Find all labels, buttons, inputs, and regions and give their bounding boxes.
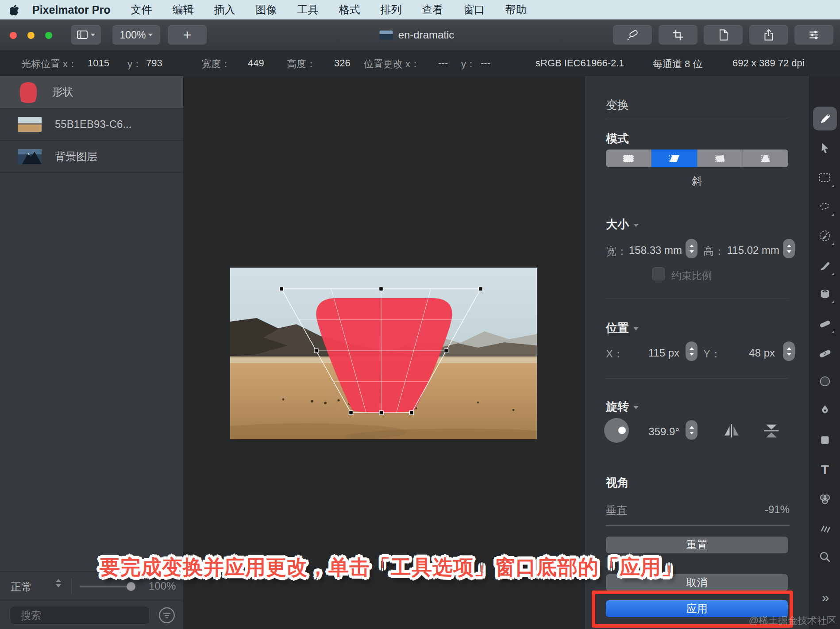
tool-rect-select[interactable] [813, 166, 837, 190]
mode-free-button[interactable] [606, 150, 651, 167]
width-stepper[interactable] [686, 239, 697, 258]
perspective-slider[interactable] [606, 525, 790, 526]
constrain-proportions-checkbox[interactable] [652, 267, 665, 280]
canvas-photo[interactable] [230, 268, 537, 439]
transform-handle[interactable] [379, 411, 383, 415]
tool-fill[interactable] [813, 282, 837, 306]
mode-perspective-button[interactable] [743, 150, 788, 167]
layer-row-background[interactable]: 背景图层 [0, 141, 183, 173]
layer-row-photo[interactable]: 55B1EB93-C6... [0, 108, 183, 141]
close-window-button[interactable] [10, 32, 17, 39]
sidebar-view-button[interactable] [71, 25, 101, 45]
menu-item-window[interactable]: 窗口 [463, 3, 485, 17]
tool-lasso[interactable] [813, 195, 837, 219]
layers-sidebar: 形状 55B1EB93-C6... 背景图层 正常 100% [0, 76, 184, 629]
add-layer-button[interactable]: + [168, 25, 207, 45]
layer-search-field[interactable] [10, 606, 150, 625]
tool-erase[interactable] [813, 312, 837, 336]
retouch-tool-button[interactable] [613, 25, 652, 45]
tool-clone[interactable] [813, 369, 837, 393]
arrange-tool-icon [818, 112, 832, 125]
lasso-icon [818, 200, 832, 213]
red-shape[interactable] [316, 298, 452, 413]
size-width-value[interactable]: 158.33 mm [627, 244, 682, 257]
share-button[interactable] [749, 25, 788, 45]
mode-skew-button[interactable] [651, 150, 697, 167]
paint-bucket-icon [819, 288, 831, 300]
position-x-stepper[interactable] [686, 341, 697, 361]
clone-circle-icon [819, 375, 831, 387]
canvas-area[interactable] [184, 76, 584, 629]
document-title: en-dramatic [398, 29, 455, 41]
menu-item-format[interactable]: 格式 [339, 3, 360, 17]
constrain-proportions-label: 约束比例 [671, 269, 712, 283]
tool-text[interactable]: T [813, 458, 837, 482]
tool-zoom[interactable] [813, 545, 837, 569]
menu-item-image[interactable]: 图像 [255, 3, 277, 17]
reset-button[interactable]: 重置 [606, 537, 788, 553]
rotation-dial[interactable] [604, 418, 629, 443]
blend-mode-stepper-icon[interactable] [56, 579, 61, 587]
blend-mode-select[interactable]: 正常 [11, 580, 32, 594]
menu-item-file[interactable]: 文件 [131, 3, 152, 17]
opacity-slider-knob[interactable] [127, 582, 135, 591]
perspective-vertical-label: 垂直 [606, 503, 627, 518]
menu-item-arrange[interactable]: 排列 [380, 3, 401, 17]
height-stepper[interactable] [783, 239, 795, 258]
background-layer-thumbnail [18, 149, 42, 164]
transform-handle[interactable] [479, 287, 483, 291]
transform-handle[interactable] [444, 349, 448, 353]
filter-icon[interactable] [158, 607, 175, 624]
position-y-value[interactable]: 48 px [724, 347, 775, 359]
transform-handle[interactable] [314, 349, 318, 353]
apple-menu-icon[interactable] [10, 4, 19, 15]
rotation-value[interactable]: 359.9° [633, 426, 679, 438]
tool-shape[interactable] [813, 428, 837, 452]
transform-handle[interactable] [379, 287, 383, 291]
tool-color-adjustments[interactable] [813, 487, 837, 511]
position-x-value[interactable]: 115 px [627, 347, 679, 359]
transform-handle[interactable] [410, 411, 414, 415]
document-title-area: en-dramatic [380, 25, 455, 45]
rotation-stepper[interactable] [686, 420, 697, 440]
zoom-level-button[interactable]: 100% [112, 25, 160, 45]
minimize-window-button[interactable] [27, 32, 35, 39]
transform-handle[interactable] [280, 287, 284, 291]
tool-arrange[interactable] [813, 107, 837, 130]
flip-horizontal-icon[interactable] [723, 423, 740, 439]
submenu-indicator [832, 300, 834, 303]
menu-item-help[interactable]: 帮助 [505, 3, 526, 17]
magnifier-icon [819, 551, 831, 563]
more-tools-button[interactable]: » [809, 590, 840, 605]
sidebar-layout-icon [77, 30, 88, 40]
menu-item-insert[interactable]: 插入 [214, 3, 235, 17]
submenu-indicator [832, 272, 834, 275]
tool-style-arrow[interactable] [813, 136, 837, 160]
transform-handle[interactable] [349, 411, 353, 415]
tool-column: T » [809, 76, 840, 629]
layer-name: 55B1EB93-C6... [55, 118, 131, 130]
layer-name: 形状 [52, 85, 73, 99]
tool-pen[interactable] [813, 399, 837, 422]
tool-retouch[interactable] [813, 341, 837, 365]
app-menu-title[interactable]: Pixelmator Pro [32, 4, 110, 16]
search-input[interactable] [20, 609, 153, 622]
tool-options-button[interactable] [794, 25, 833, 45]
cursor-position-label: 光标位置 x： [21, 58, 77, 71]
position-y-stepper[interactable] [783, 341, 795, 361]
layer-row-shape[interactable]: 形状 [0, 76, 183, 108]
mode-distort-button[interactable] [697, 150, 743, 167]
menu-item-tools[interactable]: 工具 [297, 3, 318, 17]
zoom-window-button[interactable] [45, 32, 52, 39]
size-height-value[interactable]: 115.02 mm [724, 244, 779, 257]
crop-button[interactable] [659, 25, 697, 45]
tool-effects[interactable] [813, 515, 837, 539]
menu-item-edit[interactable]: 编辑 [172, 3, 193, 17]
crop-icon [672, 29, 684, 41]
tool-paint[interactable] [813, 254, 837, 278]
new-document-button[interactable] [704, 25, 743, 45]
menu-item-view[interactable]: 查看 [422, 3, 443, 17]
bandage-icon [818, 348, 832, 359]
flip-vertical-icon[interactable] [763, 423, 780, 439]
tool-color-select[interactable] [813, 224, 837, 248]
